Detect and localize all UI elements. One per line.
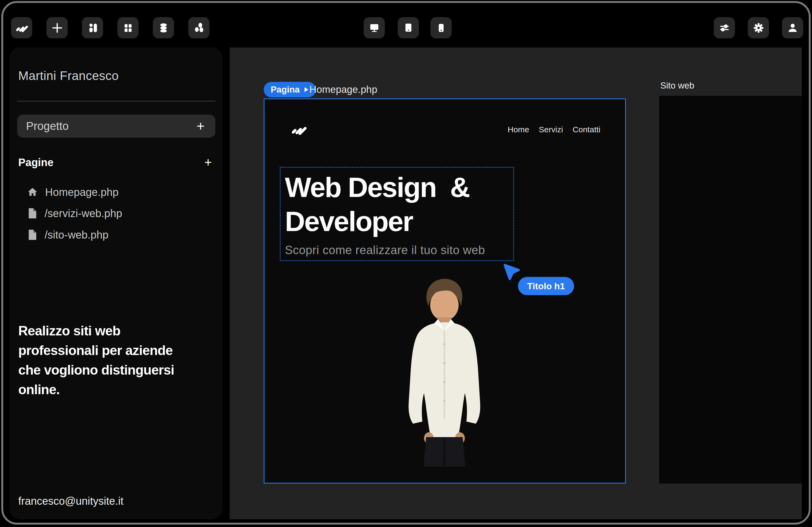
pages-header: Pagine + — [18, 156, 215, 169]
assets-icon — [193, 22, 205, 34]
database-button[interactable] — [153, 17, 174, 39]
phone-icon — [435, 22, 447, 34]
columns-layout-icon — [87, 22, 99, 34]
plus-icon — [51, 22, 63, 34]
tablet-preview-button[interactable] — [398, 17, 419, 39]
settings-button[interactable] — [748, 17, 769, 39]
cursor-icon — [504, 264, 521, 281]
selection-tooltip-label: Titolo h1 — [527, 281, 565, 291]
phone-preview-button[interactable] — [431, 17, 452, 39]
sliders-icon — [719, 22, 730, 34]
nav-link-contatti[interactable]: Contatti — [573, 125, 600, 134]
selected-heading-block[interactable]: Web Design & Developer Scopri come reali… — [280, 167, 514, 261]
page-label: Homepage.php — [45, 186, 119, 198]
page-row-servizi[interactable]: /servizi-web.php — [27, 206, 122, 221]
hero-heading-line2: Developer — [285, 205, 513, 239]
pages-title: Pagine — [18, 156, 54, 168]
assets-button[interactable] — [188, 17, 209, 39]
top-toolbar — [0, 0, 812, 47]
account-button[interactable] — [782, 17, 803, 39]
badge-label: Pagina — [271, 85, 300, 95]
home-icon — [27, 186, 38, 198]
sidebar: Martini Francesco Progetto + Pagine + Ho… — [10, 47, 222, 519]
breadcrumb-page-name: Homepage.php — [309, 84, 377, 95]
file-icon — [27, 229, 38, 241]
selection-tooltip: Titolo h1 — [518, 277, 574, 295]
add-element-button[interactable] — [46, 17, 68, 39]
play-icon — [304, 87, 309, 93]
database-icon — [158, 22, 170, 34]
columns-layout-button[interactable] — [82, 17, 103, 39]
desktop-preview-button[interactable] — [364, 17, 385, 39]
adjustments-button[interactable] — [714, 17, 735, 39]
grid-layout-icon — [122, 22, 134, 34]
frame-sitoweb[interactable] — [659, 96, 802, 483]
desktop-icon — [368, 22, 380, 34]
owner-name: Martini Francesco — [18, 69, 119, 83]
sidebar-tagline: Realizzo siti web professionali per azie… — [18, 321, 185, 400]
hero-subtitle: Scopri come realizzare il tuo sito web — [285, 243, 513, 257]
hero-heading-line1: Web Design & — [285, 170, 513, 205]
editor-canvas[interactable]: Pagina Homepage.php Home Servizi Contatt… — [230, 47, 802, 519]
app-window: Martini Francesco Progetto + Pagine + Ho… — [0, 0, 812, 527]
page-row-homepage[interactable]: Homepage.php — [27, 185, 119, 200]
app-logo-button[interactable] — [11, 17, 32, 39]
owner-email: francesco@unitysite.it — [18, 495, 124, 507]
tablet-icon — [403, 22, 414, 34]
page-label: /servizi-web.php — [45, 207, 122, 220]
person-icon — [787, 22, 799, 34]
gear-icon — [753, 22, 765, 34]
grid-layout-button[interactable] — [117, 17, 139, 39]
file-icon — [27, 207, 38, 219]
site-logo-icon — [290, 123, 308, 136]
nav-link-home[interactable]: Home — [508, 125, 529, 134]
app-logo-icon — [15, 22, 29, 33]
page-row-sito[interactable]: /sito-web.php — [27, 227, 108, 242]
project-label: Progetto — [26, 120, 69, 133]
frame-sitoweb-label: Sito web — [660, 80, 694, 91]
page-type-badge[interactable]: Pagina — [264, 82, 316, 97]
sidebar-divider — [17, 101, 215, 102]
page-label: /sito-web.php — [45, 229, 108, 241]
portrait-photo — [399, 277, 490, 467]
add-page-button[interactable]: + — [204, 156, 212, 169]
project-button[interactable]: Progetto + — [17, 115, 215, 138]
site-nav: Home Servizi Contatti — [508, 125, 600, 134]
add-project-icon[interactable]: + — [197, 119, 205, 133]
nav-link-servizi[interactable]: Servizi — [539, 125, 563, 134]
